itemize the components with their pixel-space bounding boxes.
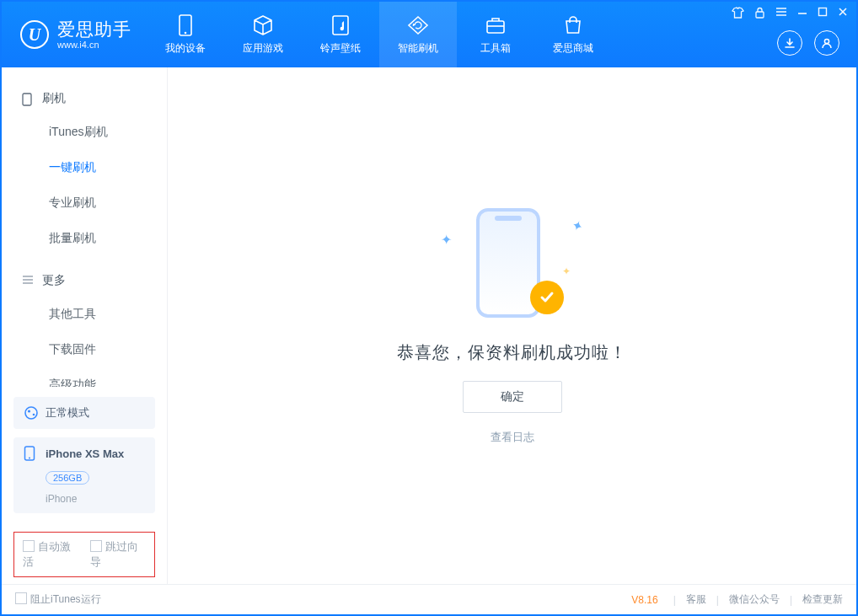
toolbox-icon: [485, 14, 507, 36]
wechat-link[interactable]: 微信公众号: [729, 592, 780, 607]
brand-name: 爱思助手: [57, 18, 131, 41]
sidebar-section-more: 更多: [2, 265, 167, 297]
bag-icon: [562, 14, 584, 36]
svg-point-1: [185, 31, 187, 34]
tab-smart-flash[interactable]: 智能刷机: [379, 2, 457, 67]
mode-icon: [24, 405, 39, 420]
device-small-icon: [22, 93, 34, 104]
sidebar-item-pro-flash[interactable]: 专业刷机: [2, 185, 167, 221]
svg-rect-7: [23, 94, 31, 105]
top-tabs: 我的设备 应用游戏 铃声壁纸 智能刷机 工具箱 爱思商城: [147, 2, 612, 67]
music-icon: [330, 14, 351, 36]
svg-point-12: [29, 458, 30, 459]
check-badge-icon: [530, 281, 564, 314]
svg-rect-4: [756, 12, 764, 18]
cube-icon: [252, 14, 274, 36]
list-icon: [22, 275, 34, 287]
app-window: U 爱思助手 www.i4.cn 我的设备 应用游戏 铃声壁纸 智能刷机: [0, 0, 858, 616]
sidebar-item-itunes-flash[interactable]: iTunes刷机: [2, 115, 167, 150]
lock-icon[interactable]: [754, 7, 765, 19]
checkbox-skip-guide[interactable]: 跳过向导: [90, 539, 146, 570]
device-type: iPhone: [46, 493, 145, 505]
titlebar: U 爱思助手 www.i4.cn 我的设备 应用游戏 铃声壁纸 智能刷机: [2, 2, 856, 67]
profile-button[interactable]: [814, 30, 839, 56]
phone-icon: [24, 446, 39, 461]
svg-point-6: [824, 39, 829, 43]
main-content: ✦ ✦ ✦ 恭喜您，保资料刷机成功啦！ 确定 查看日志: [168, 67, 856, 584]
checkbox-auto-activate[interactable]: 自动激活: [23, 539, 78, 570]
status-bar: 阻止iTunes运行 V8.16 | 客服 | 微信公众号 | 检查更新: [2, 584, 856, 614]
sidebar-section-flash: 刷机: [2, 83, 167, 115]
ok-button[interactable]: 确定: [463, 381, 562, 413]
success-message: 恭喜您，保资料刷机成功啦！: [397, 341, 627, 364]
sparkle-icon: ✦: [562, 265, 571, 277]
tab-toolbox[interactable]: 工具箱: [457, 2, 534, 67]
svg-rect-2: [333, 16, 348, 35]
version-label: V8.16: [631, 594, 657, 606]
sidebar-item-other-tools[interactable]: 其他工具: [2, 297, 167, 332]
tab-store[interactable]: 爱思商城: [534, 2, 612, 67]
sidebar-item-download-firmware[interactable]: 下载固件: [2, 332, 167, 367]
minimize-button[interactable]: [797, 7, 807, 19]
device-mode-label: 正常模式: [46, 405, 89, 420]
success-illustration: ✦ ✦ ✦: [441, 206, 584, 324]
sidebar-item-onekey-flash[interactable]: 一键刷机: [2, 150, 167, 185]
svg-point-9: [28, 410, 30, 412]
maximize-button[interactable]: [818, 7, 828, 19]
view-log-link[interactable]: 查看日志: [491, 430, 534, 445]
tab-my-device[interactable]: 我的设备: [147, 2, 224, 67]
brand-logo: U 爱思助手 www.i4.cn: [2, 2, 147, 67]
tshirt-icon[interactable]: [732, 7, 744, 19]
download-button[interactable]: [777, 30, 802, 56]
customer-service-link[interactable]: 客服: [686, 592, 706, 607]
device-storage-badge: 256GB: [46, 471, 89, 485]
sidebar-item-batch-flash[interactable]: 批量刷机: [2, 221, 167, 256]
highlighted-options: 自动激活 跳过向导: [13, 532, 155, 577]
window-controls: [732, 7, 848, 19]
tab-apps-games[interactable]: 应用游戏: [224, 2, 302, 67]
checkbox-block-itunes[interactable]: 阻止iTunes运行: [15, 592, 101, 607]
svg-point-8: [25, 407, 37, 419]
sparkle-icon: ✦: [441, 232, 452, 248]
brand-url: www.i4.cn: [57, 40, 131, 50]
menu-icon[interactable]: [775, 7, 787, 19]
sidebar-item-advanced[interactable]: 高级功能: [2, 367, 167, 387]
device-name: iPhone XS Max: [46, 447, 145, 460]
brand-badge-icon: U: [20, 20, 49, 49]
check-update-link[interactable]: 检查更新: [802, 592, 843, 607]
tab-ringtones[interactable]: 铃声壁纸: [302, 2, 379, 67]
device-info-box[interactable]: iPhone XS Max 256GB iPhone: [13, 437, 155, 513]
device-icon: [174, 14, 196, 36]
sidebar: 刷机 iTunes刷机 一键刷机 专业刷机 批量刷机 更多 其他工具 下载固件 …: [2, 67, 168, 584]
close-button[interactable]: [838, 7, 848, 19]
sparkle-icon: ✦: [569, 217, 585, 235]
svg-rect-3: [487, 21, 504, 33]
refresh-icon: [407, 14, 429, 36]
svg-point-10: [33, 414, 35, 416]
device-mode-box[interactable]: 正常模式: [13, 397, 155, 429]
svg-rect-5: [819, 8, 827, 16]
